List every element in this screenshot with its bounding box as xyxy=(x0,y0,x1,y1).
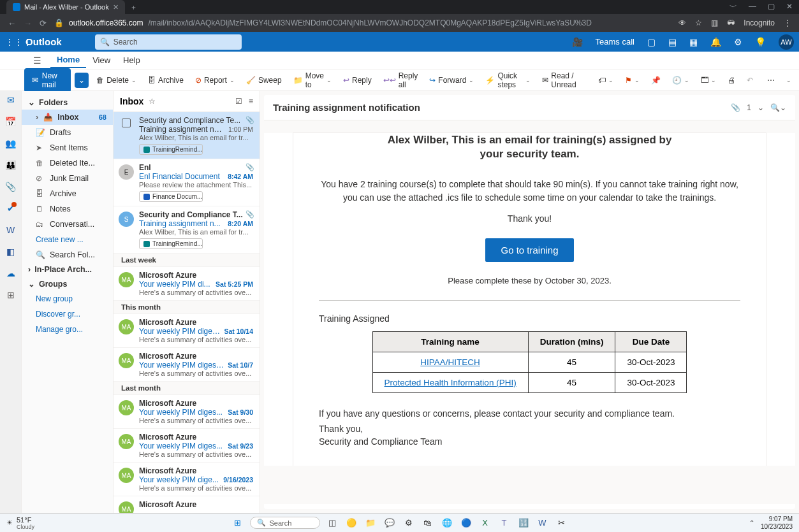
favorite-star-icon[interactable]: ☆ xyxy=(149,97,156,106)
star-icon[interactable]: ☆ xyxy=(695,18,702,27)
snip-icon[interactable]: ✂ xyxy=(555,516,569,530)
day-icon[interactable]: ▦ xyxy=(689,37,698,47)
teams-call-label[interactable]: Teams call xyxy=(596,37,634,47)
discover-groups-link[interactable]: Discover gr... xyxy=(22,306,113,322)
tag-button[interactable]: 🏷⌄ xyxy=(594,73,617,87)
manage-groups-link[interactable]: Manage gro... xyxy=(22,322,113,337)
go-to-training-button[interactable]: Go to training xyxy=(485,238,573,262)
excel-icon[interactable]: X xyxy=(478,516,492,530)
zoom-icon[interactable]: 🔍⌄ xyxy=(770,103,786,112)
app-rail-icon[interactable]: ◧ xyxy=(6,247,15,257)
folder-archive[interactable]: 🗄Archive xyxy=(22,186,113,201)
in-place-archive-section[interactable]: ›In-Place Arch... xyxy=(22,262,113,277)
undo-button[interactable]: ↶ xyxy=(743,73,757,87)
copilot-icon[interactable]: 🟡 xyxy=(344,516,358,530)
teams-taskbar-icon[interactable]: 💬 xyxy=(383,516,397,530)
message-item[interactable]: MA Microsoft AzureYour weekly PIM diges.… xyxy=(114,429,260,463)
message-item[interactable]: MA Microsoft Azure xyxy=(114,496,260,513)
onedrive-rail-icon[interactable]: ☁ xyxy=(6,268,15,278)
kebab-menu-icon[interactable]: ⋮ xyxy=(784,18,791,27)
folder-sent[interactable]: ➤Sent Items xyxy=(22,140,113,155)
print-button[interactable]: 🖨 xyxy=(724,73,739,87)
read-unread-button[interactable]: ✉Read / Unread xyxy=(538,69,590,92)
close-window-icon[interactable]: ✕ xyxy=(786,2,793,13)
message-item[interactable]: MA Microsoft AzureYour weekly PIM dige..… xyxy=(114,463,260,496)
settings-taskbar-icon[interactable]: ⚙ xyxy=(402,516,416,530)
new-group-link[interactable]: New group xyxy=(22,291,113,306)
system-clock[interactable]: 9:07 PM 10/23/2023 xyxy=(761,515,793,531)
select-mode-icon[interactable]: ☑ xyxy=(235,97,242,106)
attachment-chip[interactable]: TrainingRemind... xyxy=(139,144,203,155)
tab-home[interactable]: Home xyxy=(50,52,86,68)
task-view-icon[interactable]: ◫ xyxy=(325,516,339,530)
archive-button[interactable]: 🗄Archive xyxy=(144,73,187,87)
extensions-icon[interactable]: ▥ xyxy=(711,18,718,27)
forward-button[interactable]: ↪Forward⌄ xyxy=(425,73,478,87)
training-link-1[interactable]: HIPAA/HITECH xyxy=(420,357,480,367)
folder-deleted[interactable]: 🗑Deleted Ite... xyxy=(22,155,113,171)
pin-button[interactable]: 📌 xyxy=(647,73,664,87)
folder-conversation[interactable]: 🗂Conversati... xyxy=(22,217,113,232)
store-icon[interactable]: 🛍 xyxy=(421,516,435,530)
delete-button[interactable]: 🗑Delete⌄ xyxy=(92,73,140,87)
folder-junk[interactable]: ⊘Junk Email xyxy=(22,171,113,186)
start-icon[interactable]: ⊞ xyxy=(231,516,245,530)
taskbar-search[interactable]: 🔍Search xyxy=(250,517,320,529)
new-tab-icon[interactable]: ＋ xyxy=(130,3,137,12)
message-item[interactable]: MA Microsoft AzureYour weekly PIM diges.… xyxy=(114,314,260,348)
eye-off-icon[interactable]: 👁 xyxy=(678,18,686,27)
checkbox-icon[interactable] xyxy=(122,119,131,127)
groups-section[interactable]: ⌄Groups xyxy=(22,277,113,291)
mail-rail-icon[interactable]: ✉ xyxy=(7,95,15,105)
word-taskbar-icon[interactable]: W xyxy=(536,516,550,530)
meet-now-icon[interactable]: ▢ xyxy=(647,37,656,47)
new-mail-dropdown[interactable]: ⌄ xyxy=(75,73,89,88)
chrome-icon[interactable]: 🔵 xyxy=(459,516,473,530)
todo-rail-icon[interactable]: ✔ xyxy=(7,203,15,213)
minimize-window-icon[interactable]: — xyxy=(749,2,756,13)
message-item[interactable]: S 📎 Security and Compliance T... Trainin… xyxy=(114,206,260,254)
teams-chat-icon[interactable]: ▤ xyxy=(668,37,677,47)
calendar-rail-icon[interactable]: 📅 xyxy=(5,117,16,127)
reply-button[interactable]: ↩Reply xyxy=(339,73,376,87)
back-icon[interactable]: ← xyxy=(8,18,16,28)
edge-icon[interactable]: 🌐 xyxy=(440,516,454,530)
forward-icon[interactable]: → xyxy=(24,18,32,28)
people-rail-icon[interactable]: 👥 xyxy=(5,138,16,148)
attachment-header-icon[interactable]: 📎 xyxy=(731,103,740,112)
message-item[interactable]: MA Microsoft AzureYour weekly PIM digest… xyxy=(114,348,260,382)
sweep-button[interactable]: 🧹Sweep xyxy=(242,73,286,87)
maximize-window-icon[interactable]: ▢ xyxy=(768,2,775,13)
hamburger-icon[interactable]: ☰ xyxy=(33,55,41,66)
move-to-button[interactable]: 📁Move to⌄ xyxy=(290,69,335,92)
close-tab-icon[interactable]: ✕ xyxy=(113,3,119,11)
settings-icon[interactable]: ⚙ xyxy=(734,37,742,47)
browser-tab[interactable]: Mail - Alex Wilber - Outlook ✕ xyxy=(6,0,125,14)
create-new-folder[interactable]: Create new ... xyxy=(22,232,113,247)
attachment-chip[interactable]: TrainingRemind... xyxy=(139,238,203,249)
training-link-2[interactable]: Protected Health Information (PHI) xyxy=(385,378,517,387)
search-folders[interactable]: 🔍Search Fol... xyxy=(22,247,113,262)
folders-section[interactable]: ⌄Folders xyxy=(22,95,113,110)
message-item[interactable]: E 📎 Enl Enl Financial Document8:42 AM Pl… xyxy=(114,159,260,206)
url-field[interactable]: 🔒 outlook.office365.com/mail/inbox/id/AA… xyxy=(54,18,671,27)
calc-icon[interactable]: 🔢 xyxy=(517,516,531,530)
quick-steps-button[interactable]: ⚡Quick steps⌄ xyxy=(481,69,534,92)
app-launcher-icon[interactable]: ⋮⋮⋮ xyxy=(5,37,18,47)
message-item[interactable]: MA Microsoft Azure Your weekly PIM di...… xyxy=(114,267,260,301)
snooze-button[interactable]: 🕘⌄ xyxy=(668,73,693,87)
message-item[interactable]: MA Microsoft AzureYour weekly PIM diges.… xyxy=(114,395,260,429)
filter-icon[interactable]: ≡ xyxy=(249,97,253,106)
teams-camera-icon[interactable]: 🎥 xyxy=(572,37,583,47)
teams2-icon[interactable]: T xyxy=(497,516,511,530)
groups-rail-icon[interactable]: 👪 xyxy=(5,160,16,170)
files-rail-icon[interactable]: 📎 xyxy=(5,182,16,192)
weather-widget[interactable]: ☀ 51°FCloudy xyxy=(6,516,34,530)
report-button[interactable]: ⊘Report⌄ xyxy=(191,73,238,87)
word-rail-icon[interactable]: W xyxy=(6,225,15,235)
search-input[interactable]: 🔍 Search xyxy=(95,34,242,50)
explorer-icon[interactable]: 📁 xyxy=(363,516,378,530)
tray-chevron-icon[interactable]: ⌃ xyxy=(749,519,754,526)
more-button[interactable]: ⋯ xyxy=(763,73,779,87)
reply-all-button[interactable]: ↩↩Reply all xyxy=(379,69,422,92)
